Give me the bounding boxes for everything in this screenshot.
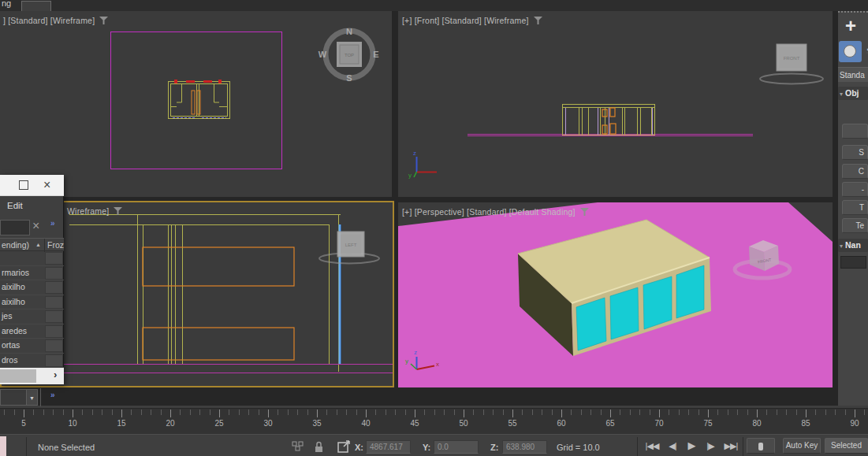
selection-set-combo[interactable] <box>0 389 27 406</box>
selected-filter-button[interactable]: Selected <box>825 438 868 454</box>
explorer-column-headers: ending) ▲ Froz <box>0 238 64 251</box>
object-type-button[interactable] <box>842 124 868 139</box>
dialog-titlebar[interactable]: × <box>0 175 64 196</box>
timeline-tick <box>268 410 269 417</box>
timeline-tick <box>239 410 240 415</box>
list-item[interactable]: rmarios <box>0 266 64 281</box>
filter-icon[interactable] <box>580 208 590 217</box>
viewcube-front[interactable]: FRONT <box>398 11 833 197</box>
play-button[interactable]: ▶ <box>683 438 700 454</box>
viewcube-perspective[interactable]: FRONT <box>398 202 833 387</box>
timeline-tick <box>229 410 229 415</box>
timeline-tick <box>552 410 553 415</box>
maximize-icon[interactable] <box>19 180 28 190</box>
viewport-left-label[interactable]: Wireframe] <box>67 206 123 216</box>
rollout-name-color[interactable]: ▾Nan <box>838 239 868 252</box>
frozen-cell[interactable] <box>45 354 63 367</box>
object-name-field[interactable] <box>840 256 866 269</box>
selection-graph-icon[interactable] <box>292 441 304 452</box>
panel-drag-handle[interactable] <box>838 11 868 13</box>
go-to-start-button[interactable]: |◀◀ <box>642 438 662 454</box>
y-coord-field[interactable]: 0.0 <box>434 440 479 454</box>
object-type-button[interactable]: S <box>842 145 868 160</box>
combo-dropdown-icon[interactable]: ▼ <box>27 389 38 406</box>
previous-frame-button[interactable]: ◀| <box>664 438 681 454</box>
selection-lock-icon[interactable] <box>314 441 324 453</box>
timeline-tick <box>512 410 513 417</box>
close-icon[interactable]: × <box>43 176 50 194</box>
timeline-tick <box>650 410 650 415</box>
track-bar[interactable] <box>0 406 868 409</box>
menu-edit[interactable]: Edit <box>7 201 23 210</box>
absolute-mode-icon[interactable] <box>337 440 352 453</box>
list-item[interactable] <box>0 251 64 266</box>
search-input[interactable] <box>0 220 30 235</box>
viewcube-compass[interactable]: N W E S TOP <box>0 11 392 197</box>
x-coord-field[interactable]: 4867.617 <box>366 440 411 454</box>
list-item[interactable]: dros <box>0 354 64 369</box>
list-item[interactable]: aixilho <box>0 295 64 310</box>
overflow-chevron-icon[interactable]: » <box>50 219 54 228</box>
object-type-button[interactable]: - <box>842 182 868 197</box>
object-type-button[interactable]: T <box>842 200 868 215</box>
frozen-cell[interactable] <box>45 325 63 338</box>
explorer-search-row: × » <box>0 217 64 238</box>
list-item[interactable]: aixilho <box>0 280 64 295</box>
frozen-cell[interactable] <box>45 252 63 265</box>
timeline-frame-label: 50 <box>459 419 468 428</box>
go-to-end-button[interactable]: ▶▶| <box>721 438 741 454</box>
horizontal-scrollbar[interactable]: › <box>0 368 64 384</box>
explorer-row-list: rmarios aixilho aixilho jes aredes ortas… <box>0 251 64 368</box>
viewport-front[interactable]: z y FRONT [+] [Front] [Standard] [Wirefr… <box>398 11 833 197</box>
next-frame-button[interactable]: |▶ <box>702 438 719 454</box>
list-item[interactable]: jes <box>0 310 64 324</box>
geometry-category-button[interactable] <box>839 41 862 62</box>
viewport-perspective-label[interactable]: [+] [Perspective] [Standard] [Default Sh… <box>402 207 590 217</box>
shapes-category-icon[interactable]: ◔ <box>864 44 868 58</box>
filter-icon[interactable] <box>534 17 543 25</box>
scroll-right-icon[interactable]: › <box>54 369 57 380</box>
object-type-button[interactable]: Te <box>842 218 868 233</box>
auto-key-button[interactable]: Auto Key <box>783 438 821 454</box>
rollout-object-type[interactable]: ▾Obj <box>838 87 868 100</box>
ribbon-tab-box[interactable] <box>21 1 51 11</box>
ribbon-tab-fragment[interactable]: ng <box>2 0 11 8</box>
filter-icon[interactable] <box>99 17 109 25</box>
viewport-top[interactable]: N W E S TOP ] [Standard] [Wireframe] <box>0 11 392 197</box>
list-item[interactable]: aredes <box>0 324 64 339</box>
create-tab-icon[interactable]: + <box>840 16 861 38</box>
rollout-arrow-icon: ▾ <box>838 243 845 250</box>
object-type-button[interactable]: C <box>842 164 868 179</box>
column-header-name[interactable]: ending) <box>2 240 29 250</box>
key-mode-toggle-button[interactable] <box>747 438 775 454</box>
frozen-cell[interactable] <box>45 310 63 323</box>
sort-ascending-icon[interactable]: ▲ <box>35 242 41 247</box>
viewport-top-label[interactable]: ] [Standard] [Wireframe] <box>3 16 109 25</box>
primitives-dropdown[interactable]: Standa <box>838 67 868 82</box>
timeline-tick <box>728 410 728 415</box>
compass-e[interactable]: E <box>373 50 378 59</box>
z-coord-field[interactable]: 638.980 <box>502 440 547 454</box>
frozen-cell[interactable] <box>45 339 63 352</box>
timeline-ruler[interactable]: 51015202530354045505560657075808590 <box>0 406 868 434</box>
compass-n[interactable]: N <box>346 27 352 36</box>
command-panel: + ◔ Standa ▾Obj S C - T Te ▾Nan <box>838 11 868 406</box>
scrollbar-thumb[interactable] <box>0 369 36 383</box>
axis-y-label: y <box>408 172 412 179</box>
filter-icon[interactable] <box>114 207 123 216</box>
column-header-frozen[interactable]: Froz <box>47 240 64 250</box>
frozen-cell[interactable] <box>45 296 63 309</box>
viewport-perspective[interactable]: z y x FRONT [+] [Perspective] [Standard]… <box>398 202 833 387</box>
compass-s[interactable]: S <box>346 73 352 83</box>
timeline-tick <box>395 410 396 415</box>
timeline-tick <box>766 410 767 415</box>
compass-w[interactable]: W <box>319 50 327 59</box>
frozen-cell[interactable] <box>45 267 63 280</box>
timeline-tick <box>102 410 102 415</box>
frozen-cell[interactable] <box>45 281 63 294</box>
toolbar-overflow-icon[interactable]: » <box>50 391 54 399</box>
viewport-front-label[interactable]: [+] [Front] [Standard] [Wireframe] <box>402 16 543 25</box>
clear-search-icon[interactable]: × <box>32 219 39 233</box>
maxscript-mini-listener[interactable] <box>0 436 6 456</box>
list-item[interactable]: ortas <box>0 339 64 354</box>
